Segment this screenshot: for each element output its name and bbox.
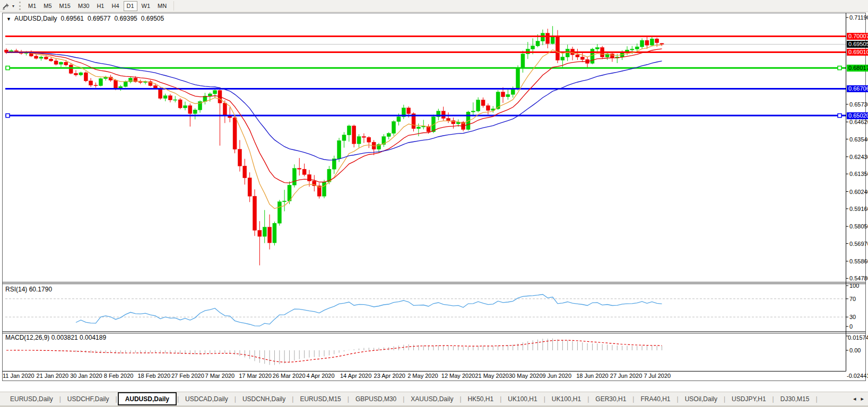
price-badge-0.69505: 0.69505 [847, 41, 868, 48]
date-label: 30 May 2020 [509, 373, 543, 379]
ohlc-open: 0.69561 [61, 15, 84, 22]
rsi-axis-tick: 100 [849, 282, 859, 289]
price-axis-tick: 0.64620 [849, 119, 868, 125]
chart-menu-triangle-icon[interactable]: ▼ [6, 16, 11, 22]
ohlc-low: 0.69395 [114, 15, 137, 22]
hline-handle[interactable] [6, 66, 10, 70]
date-label: 14 Apr 2020 [340, 373, 371, 379]
price-badge-0.68017: 0.68017 [847, 65, 868, 72]
rsi-axis-tick: 70 [849, 296, 856, 302]
date-label: 18 Jun 2020 [576, 373, 609, 379]
date-label: 8 Feb 2020 [104, 373, 134, 379]
date-label: 30 Jan 2020 [70, 373, 102, 379]
date-label: 27 Jun 2020 [610, 373, 643, 379]
chart-title: ▼AUDUSD,Daily0.695610.695770.693950.6950… [6, 15, 164, 22]
hline-handle[interactable] [838, 66, 841, 70]
date-label: 27 Feb 2020 [171, 373, 204, 379]
price-axis-tick: 0.54780 [849, 275, 868, 281]
macd-label: MACD(12,26,9) 0.003821 0.004189 [5, 334, 106, 341]
price-axis-tick: 0.61350 [849, 171, 868, 177]
ohlc-high: 0.69577 [88, 15, 110, 22]
price-chart[interactable]: 0.711900.657300.646200.635400.624300.613… [0, 0, 868, 407]
rsi-axis-tick: 0 [849, 323, 853, 330]
chart-symbol: AUDUSD,Daily [14, 15, 57, 22]
price-badge-0.66706: 0.66706 [847, 85, 868, 92]
macd-axis-top: 0.015741 [848, 334, 868, 341]
price-axis-tick: 0.63540 [849, 136, 868, 143]
macd-axis-bottom: -0.02441 [847, 373, 868, 379]
price-axis-tick: 0.58050 [849, 223, 868, 229]
date-label: 2 May 2020 [407, 373, 438, 379]
mt4-window: ▾ M1M5M15M30H1H4D1W1MN 0.711900.657300.6… [0, 0, 868, 407]
price-axis-tick: 0.56970 [849, 241, 868, 247]
price-axis-tick: 0.71190 [849, 14, 868, 21]
price-axis-tick: 0.62430 [849, 154, 868, 160]
rsi-axis-tick: 30 [849, 314, 856, 320]
price-badge-0.69010: 0.69010 [847, 49, 868, 56]
date-label: 7 Mar 2020 [205, 373, 235, 379]
date-label: 21 May 2020 [475, 373, 509, 379]
date-label: 11 Jan 2020 [3, 373, 34, 379]
price-axis-tick: 0.65730 [849, 101, 868, 108]
date-label: 12 May 2020 [441, 373, 475, 379]
price-axis-tick: 0.55860 [849, 258, 868, 264]
price-axis-tick: 0.59160 [849, 206, 868, 212]
macd-axis-zero: 0.00 [849, 347, 861, 353]
date-label: 26 Mar 2020 [273, 373, 306, 379]
hline-handle[interactable] [838, 114, 841, 118]
price-badge-0.65020: 0.65020 [847, 112, 868, 119]
date-label: 4 Apr 2020 [306, 373, 334, 379]
price-badge-0.70007: 0.70007 [847, 33, 868, 40]
rsi-label: RSI(14) 60.1790 [5, 286, 52, 293]
date-label: 9 Jun 2020 [543, 373, 571, 379]
date-label: 7 Jul 2020 [644, 373, 671, 379]
date-label: 23 Apr 2020 [374, 373, 405, 379]
price-axis-tick: 0.60240 [849, 189, 868, 195]
hline-handle[interactable] [6, 114, 10, 118]
date-label: 21 Jan 2020 [37, 373, 69, 379]
ohlc-close: 0.69505 [141, 15, 164, 22]
date-label: 18 Feb 2020 [137, 373, 170, 379]
date-label: 17 Mar 2020 [239, 373, 272, 379]
